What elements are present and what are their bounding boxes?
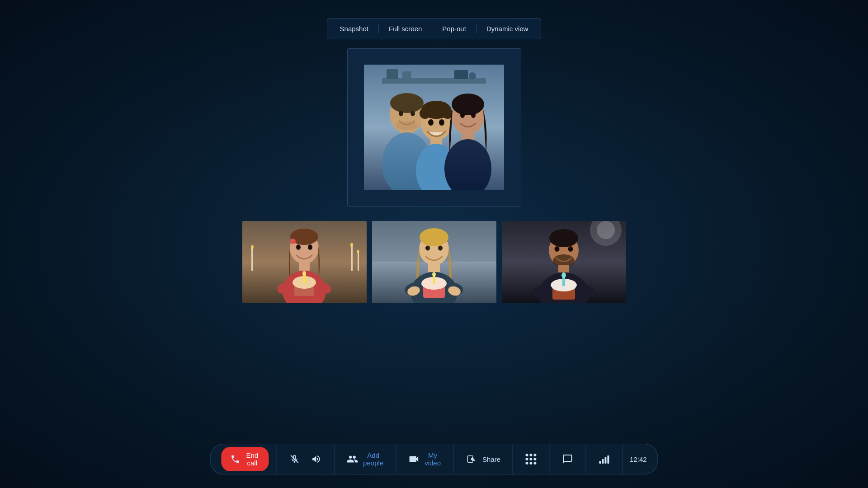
secondary-video-2-svg [372, 221, 496, 303]
share-icon [465, 453, 478, 465]
svg-point-76 [568, 246, 573, 252]
end-call-button[interactable]: End call [221, 447, 269, 471]
secondary-video-1-svg [242, 221, 367, 303]
svg-point-20 [439, 105, 448, 114]
end-call-icon [230, 453, 240, 465]
svg-point-80 [561, 272, 566, 278]
add-people-button[interactable]: Add people [342, 449, 388, 469]
end-call-section: End call [214, 444, 276, 474]
svg-point-10 [399, 111, 403, 116]
secondary-video-3-svg [502, 221, 626, 303]
dialpad-icon [524, 453, 537, 465]
svg-point-35 [357, 250, 359, 253]
svg-point-5 [469, 72, 476, 80]
svg-point-31 [251, 245, 254, 249]
bottom-bar: End call [210, 444, 658, 474]
fullscreen-button[interactable]: Full screen [382, 22, 429, 35]
svg-rect-74 [558, 265, 569, 272]
svg-rect-4 [454, 70, 468, 79]
my-video-button[interactable]: My video [403, 449, 446, 469]
svg-rect-30 [251, 248, 253, 271]
time-section: 12:42 [622, 444, 654, 474]
primary-video-inner [364, 65, 504, 190]
add-people-icon [346, 453, 358, 465]
svg-point-33 [350, 243, 353, 247]
dynamic-view-button[interactable]: Dynamic view [479, 22, 536, 35]
signal-section [585, 444, 622, 474]
svg-point-75 [554, 246, 559, 252]
my-video-section: My video [396, 444, 453, 474]
mute-button[interactable] [283, 450, 305, 468]
svg-point-12 [396, 121, 418, 130]
svg-point-67 [597, 221, 615, 239]
chat-section [549, 444, 585, 474]
svg-point-69 [549, 229, 578, 247]
svg-rect-3 [402, 71, 411, 79]
dialpad-section [512, 444, 549, 474]
secondary-video-2 [372, 221, 496, 303]
svg-point-19 [425, 105, 434, 114]
svg-point-46 [302, 271, 306, 276]
svg-rect-40 [299, 263, 310, 271]
video-camera-icon [408, 453, 420, 465]
top-toolbar: Snapshot Full screen Pop-out Dynamic vie… [327, 18, 542, 39]
main-content [0, 39, 868, 488]
dialpad-button[interactable] [520, 450, 542, 468]
svg-point-21 [428, 119, 434, 126]
speaker-button[interactable] [305, 450, 327, 468]
signal-icon [598, 453, 610, 465]
svg-point-11 [410, 111, 415, 116]
end-call-label: End call [245, 451, 259, 467]
svg-rect-54 [428, 264, 440, 272]
svg-point-60 [432, 272, 436, 277]
svg-point-52 [420, 228, 448, 246]
secondary-video-3 [502, 221, 626, 303]
svg-rect-32 [351, 246, 353, 271]
svg-point-56 [438, 246, 443, 251]
speaker-icon [310, 453, 322, 465]
svg-point-27 [460, 113, 465, 118]
popout-button[interactable]: Pop-out [435, 22, 473, 35]
add-people-section: Add people [334, 444, 396, 474]
my-video-label: My video [424, 451, 441, 467]
svg-point-41 [296, 244, 301, 250]
svg-point-9 [390, 93, 424, 113]
svg-point-28 [471, 113, 476, 118]
svg-point-22 [439, 119, 444, 126]
secondary-video-1 [242, 221, 367, 303]
primary-video-svg [364, 65, 504, 190]
microphone-icon [288, 453, 301, 465]
signal-button[interactable] [593, 450, 615, 468]
svg-rect-1 [382, 78, 486, 84]
svg-rect-2 [387, 69, 398, 79]
svg-point-70 [553, 254, 575, 267]
audio-controls-section [276, 444, 334, 474]
secondary-videos [242, 221, 626, 303]
chat-icon [561, 453, 574, 465]
svg-point-42 [308, 244, 312, 250]
call-time: 12:42 [630, 455, 647, 463]
snapshot-button[interactable]: Snapshot [333, 22, 376, 35]
svg-rect-34 [358, 253, 359, 271]
svg-point-26 [452, 94, 484, 115]
svg-point-55 [425, 246, 430, 251]
svg-point-38 [290, 239, 296, 244]
primary-video-container [347, 48, 521, 206]
chat-button[interactable] [557, 450, 578, 468]
add-people-label: Add people [363, 451, 384, 467]
share-button[interactable]: Share [461, 450, 505, 468]
share-section: Share [453, 444, 512, 474]
share-label: Share [482, 455, 500, 463]
